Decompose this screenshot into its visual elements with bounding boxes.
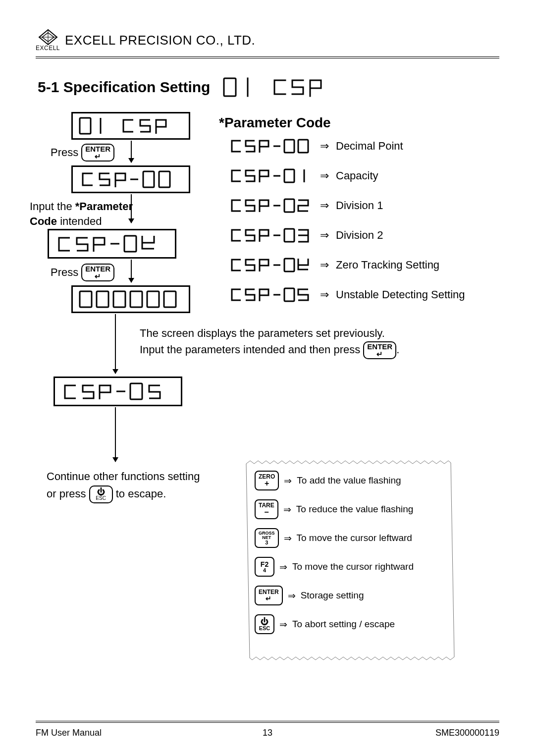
legend-desc: Storage setting [301, 590, 364, 601]
page-header: EXCELL EXCELL PRECISION CO., LTD. [36, 29, 499, 54]
svg-rect-9 [143, 171, 154, 187]
enter-return-icon: ↵ [376, 350, 383, 358]
instruction-paragraph: The screen displays the parameters set p… [140, 325, 467, 359]
svg-rect-10 [159, 171, 170, 187]
lcd-display-4 [71, 285, 190, 313]
implies-icon: ⇒ [284, 533, 292, 544]
key-legend-box: ZERO + ⇒ To add the value flashing TARE … [244, 459, 457, 649]
svg-rect-34 [284, 288, 294, 301]
pcode-desc: Capacity [336, 169, 378, 182]
svg-rect-22 [284, 140, 294, 153]
paragraph-line2: Input the parameters intended and then p… [140, 341, 467, 359]
parameter-code-list: ⇒ Decimal Point ⇒ Capacity ⇒ Division 1 [229, 138, 465, 316]
key-sub-label: 3 [265, 540, 268, 545]
svg-rect-14 [97, 291, 108, 307]
key-top-label: F2 [261, 561, 268, 568]
input-label-code: Code [30, 215, 57, 227]
enter-key-label: ENTER [85, 265, 110, 272]
svg-rect-13 [80, 291, 92, 307]
company-name: EXCELL PRECISION CO., LTD. [65, 33, 255, 48]
implies-icon: ⇒ [320, 259, 329, 271]
press-text: Press [51, 266, 78, 279]
pcode-row: ⇒ Unstable Detecting Setting [229, 286, 465, 303]
key-sub-label: − [264, 508, 268, 516]
key-sub-label: + [265, 480, 269, 487]
power-icon: ⏻ [261, 618, 268, 626]
input-label-part: Input the [30, 200, 72, 213]
legend-row: GROSS NET 3 ⇒ To move the cursor leftwar… [255, 528, 447, 548]
lcd-display-5 [54, 377, 182, 406]
esc-key-label: ESC [96, 496, 106, 501]
legend-desc: To move the cursor rightward [292, 561, 414, 572]
paragraph-line2-text: Input the parameters intended and then p… [140, 343, 360, 356]
power-icon: ⏻ [97, 488, 105, 496]
implies-icon: ⇒ [279, 619, 287, 630]
svg-rect-15 [113, 291, 125, 307]
tare-minus-key-icon: TARE − [255, 499, 278, 519]
pcode-desc: Unstable Detecting Setting [336, 288, 465, 301]
input-label-rest: intended [60, 215, 102, 227]
pcode-desc: Decimal Point [336, 140, 403, 153]
lcd-display-3 [48, 229, 176, 259]
pcode-desc: Division 2 [336, 229, 383, 242]
input-parameter-label: Input the *Parameter Code intended [30, 199, 159, 228]
svg-rect-17 [147, 291, 159, 307]
excell-logo: EXCELL [36, 29, 60, 52]
legend-row: F2 4 ⇒ To move the cursor rightward [255, 557, 447, 577]
implies-icon: ⇒ [288, 590, 296, 601]
flow-arrow [131, 141, 132, 162]
implies-icon: ⇒ [320, 199, 329, 212]
flow-arrow [115, 314, 116, 374]
key-sub-label: ↵ [266, 595, 271, 602]
legend-row: ⏻ ESC ⇒ To abort setting / escape [255, 614, 447, 634]
paragraph-line1: The screen displays the parameters set p… [140, 325, 467, 341]
paragraph-period: . [396, 343, 399, 356]
enter-key-icon: ENTER ↵ [363, 341, 396, 359]
implies-icon: ⇒ [320, 140, 329, 153]
svg-rect-18 [164, 291, 176, 307]
legend-row: ENTER ↵ ⇒ Storage setting [255, 586, 447, 605]
section-segment-display [223, 76, 362, 98]
key-top-label: GROSS NET [259, 531, 275, 540]
flow-arrow [131, 260, 132, 282]
legend-desc: To move the cursor leftward [297, 533, 412, 543]
continue-text: Continue other functions setting or pres… [47, 468, 235, 503]
pcode-row: ⇒ Division 1 [229, 197, 465, 214]
press-enter-label-1: Press ENTER ↵ [51, 144, 114, 162]
enter-key-icon: ENTER ↵ [81, 144, 114, 162]
enter-key-icon: ENTER ↵ [255, 586, 283, 605]
legend-row: ZERO + ⇒ To add the value flashing [255, 471, 447, 490]
flow-arrow [115, 407, 116, 462]
enter-key-label: ENTER [367, 343, 392, 350]
pcode-row: ⇒ Capacity [229, 167, 465, 184]
key-sub-label: ESC [259, 626, 270, 631]
pcode-desc: Division 1 [336, 199, 383, 212]
enter-return-icon: ↵ [95, 272, 101, 280]
enter-key-label: ENTER [85, 145, 110, 153]
enter-return-icon: ↵ [95, 153, 101, 160]
legend-desc: To reduce the value flashing [296, 504, 414, 515]
implies-icon: ⇒ [279, 561, 287, 573]
continue-line1: Continue other functions setting [47, 468, 235, 485]
lcd-display-2 [71, 165, 190, 193]
continue-line2: or press ⏻ ESC to escape. [47, 485, 235, 503]
header-divider [36, 56, 499, 58]
enter-key-icon: ENTER ↵ [81, 264, 114, 281]
zero-plus-key-icon: ZERO + [255, 471, 279, 490]
legend-desc: To add the value flashing [297, 475, 401, 486]
svg-rect-25 [284, 169, 294, 182]
pcode-desc: Zero Tracking Setting [336, 259, 439, 271]
section-title: 5-1 Specification Setting [38, 79, 210, 96]
continue-line2b: to escape. [116, 487, 166, 500]
footer-left: FM User Manual [36, 728, 102, 738]
svg-rect-20 [130, 383, 142, 399]
gross-net-key-icon: GROSS NET 3 [255, 528, 279, 548]
flow-diagram: Press ENTER ↵ Input the [36, 112, 499, 697]
svg-rect-30 [284, 229, 294, 242]
logo-diamond-icon [38, 29, 58, 46]
continue-line2a: or press [47, 487, 86, 500]
implies-icon: ⇒ [320, 288, 329, 301]
svg-rect-12 [124, 236, 136, 252]
page-number: 13 [263, 728, 272, 738]
press-enter-label-2: Press ENTER ↵ [51, 264, 114, 281]
